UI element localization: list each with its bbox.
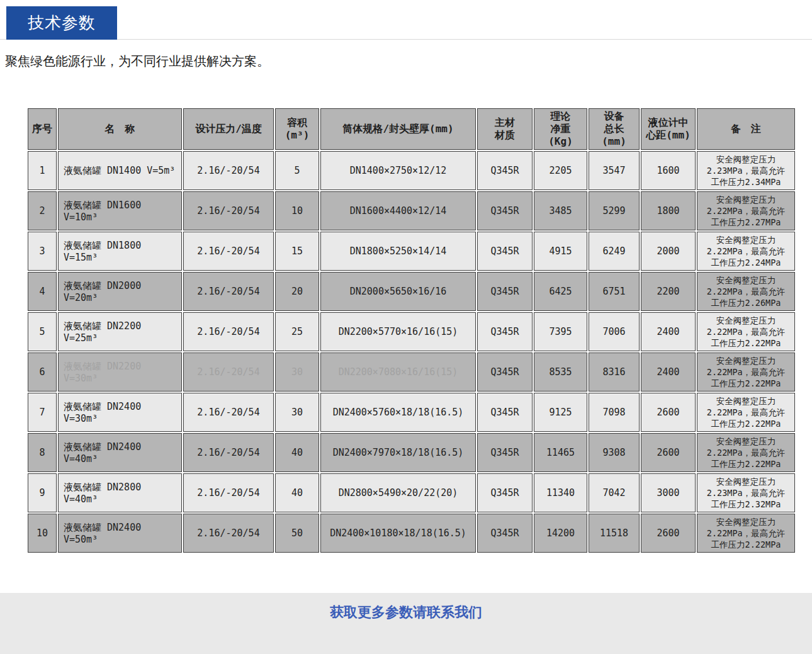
spec-table: 序号名 称设计压力/温度容积 (m³)筒体规格/封头壁厚(mm)主材 材质理论 … [26, 107, 796, 554]
cell-net-weight: 3485 [534, 191, 587, 230]
cell-remarks: 安全阀整定压力 2.22MPa，最高允许 工作压力2.26MPa [697, 272, 795, 311]
cell-total-length: 11518 [589, 514, 640, 553]
cell-index: 3 [28, 232, 57, 271]
cell-name: 液氨储罐 DN2200 V=25m³ [58, 312, 182, 351]
cell-net-weight: 2205 [534, 151, 587, 190]
cell-shell-spec: DN1800×5250×14/14 [320, 232, 476, 271]
cell-volume: 40 [275, 433, 319, 472]
cell-total-length: 8316 [589, 352, 640, 392]
cell-gauge-center-distance: 2000 [641, 232, 696, 271]
table-row: 3液氨储罐 DN1800 V=15m³2.16/-20/5415DN1800×5… [28, 232, 795, 271]
cell-remarks: 安全阀整定压力 2.22MPa，最高允许 工作压力2.22MPa [697, 514, 795, 553]
cell-design-pressure-temp: 2.16/-20/54 [183, 473, 274, 512]
cell-name: 液氨储罐 DN2000 V=20m³ [58, 272, 182, 311]
cell-index: 5 [28, 312, 57, 351]
cell-shell-spec: DN2800×5490×20/22(20) [320, 473, 476, 512]
cell-name: 液氨储罐 DN2200 V=30m³ [58, 352, 182, 392]
cell-name: 液氨储罐 DN2400 V=30m³ [58, 393, 182, 432]
cell-volume: 30 [275, 352, 319, 392]
cell-remarks: 安全阀整定压力 2.22MPa，最高允许 工作压力2.22MPa [697, 433, 795, 472]
cell-material: Q345R [477, 473, 533, 512]
cell-name: 液氨储罐 DN2800 V=40m³ [58, 473, 182, 512]
cell-volume: 20 [275, 272, 319, 311]
cell-total-length: 9308 [589, 433, 640, 472]
cell-total-length: 5299 [589, 191, 640, 230]
cell-name: 液氨储罐 DN1800 V=15m³ [58, 232, 182, 271]
cell-net-weight: 4915 [534, 232, 587, 271]
cell-design-pressure-temp: 2.16/-20/54 [183, 272, 274, 311]
col-header-volume: 容积 (m³) [275, 108, 319, 150]
cell-remarks: 安全阀整定压力 2.22MPa，最高允许 工作压力2.22MPa [697, 393, 795, 432]
table-row: 4液氨储罐 DN2000 V=20m³2.16/-20/5420DN2000×5… [28, 272, 795, 311]
cell-net-weight: 8535 [534, 352, 587, 392]
cell-material: Q345R [477, 433, 533, 472]
table-row: 9液氨储罐 DN2800 V=40m³2.16/-20/5440DN2800×5… [28, 473, 795, 512]
cell-shell-spec: DN2200×5770×16/16(15) [320, 312, 476, 351]
cell-gauge-center-distance: 2600 [641, 433, 696, 472]
cell-net-weight: 7395 [534, 312, 587, 351]
cell-volume: 40 [275, 473, 319, 512]
cell-material: Q345R [477, 514, 533, 553]
cell-gauge-center-distance: 1600 [641, 151, 696, 190]
cell-remarks: 安全阀整定压力 2.22MPa，最高允许 工作压力2.22MPa [697, 352, 795, 392]
cell-index: 10 [28, 514, 57, 553]
subtitle-text: 聚焦绿色能源行业，为不同行业提供解决方案。 [5, 53, 269, 70]
cell-volume: 10 [275, 191, 319, 230]
cell-net-weight: 14200 [534, 514, 587, 553]
cell-gauge-center-distance: 3000 [641, 473, 696, 512]
cell-net-weight: 11340 [534, 473, 587, 512]
cell-index: 8 [28, 433, 57, 472]
cell-volume: 5 [275, 151, 319, 190]
cell-material: Q345R [477, 191, 533, 230]
cell-design-pressure-temp: 2.16/-20/54 [183, 514, 274, 553]
cell-design-pressure-temp: 2.16/-20/54 [183, 191, 274, 230]
cell-index: 7 [28, 393, 57, 432]
cell-gauge-center-distance: 2400 [641, 312, 696, 351]
table-row: 5液氨储罐 DN2200 V=25m³2.16/-20/5425DN2200×5… [28, 312, 795, 351]
col-header-design-pressure-temp: 设计压力/温度 [183, 108, 274, 150]
col-header-index: 序号 [28, 108, 57, 150]
cell-design-pressure-temp: 2.16/-20/54 [183, 312, 274, 351]
spec-table-head: 序号名 称设计压力/温度容积 (m³)筒体规格/封头壁厚(mm)主材 材质理论 … [28, 108, 795, 150]
col-header-material: 主材 材质 [477, 108, 533, 150]
col-header-shell-spec: 筒体规格/封头壁厚(mm) [320, 108, 476, 150]
cell-gauge-center-distance: 2600 [641, 393, 696, 432]
section-title-badge: 技术参数 [6, 6, 117, 40]
cell-shell-spec: DN2400×7970×18/18(16.5) [320, 433, 476, 472]
cell-name: 液氨储罐 DN1600 V=10m³ [58, 191, 182, 230]
cell-material: Q345R [477, 312, 533, 351]
cell-shell-spec: DN2400×5760×18/18(16.5) [320, 393, 476, 432]
cell-total-length: 3547 [589, 151, 640, 190]
cell-design-pressure-temp: 2.16/-20/54 [183, 352, 274, 392]
col-header-remarks: 备 注 [697, 108, 795, 150]
table-header-row: 序号名 称设计压力/温度容积 (m³)筒体规格/封头壁厚(mm)主材 材质理论 … [28, 108, 795, 150]
cell-design-pressure-temp: 2.16/-20/54 [183, 151, 274, 190]
cell-remarks: 安全阀整定压力 2.22MPa，最高允许 工作压力2.22MPa [697, 312, 795, 351]
cell-net-weight: 9125 [534, 393, 587, 432]
cell-index: 1 [28, 151, 57, 190]
table-row: 10液氨储罐 DN2400 V=50m³2.16/-20/5450DN2400×… [28, 514, 795, 553]
cell-name: 液氨储罐 DN2400 V=50m³ [58, 514, 182, 553]
cell-gauge-center-distance: 2400 [641, 352, 696, 392]
contact-link[interactable]: 获取更多参数请联系我们 [330, 603, 482, 622]
cell-shell-spec: DN2200×7080×16/16(15) [320, 352, 476, 392]
table-row: 6液氨储罐 DN2200 V=30m³2.16/-20/5430DN2200×7… [28, 352, 795, 392]
cell-shell-spec: DN1400×2750×12/12 [320, 151, 476, 190]
cell-volume: 50 [275, 514, 319, 553]
table-row: 8液氨储罐 DN2400 V=40m³2.16/-20/5440DN2400×7… [28, 433, 795, 472]
cell-total-length: 6751 [589, 272, 640, 311]
cell-design-pressure-temp: 2.16/-20/54 [183, 232, 274, 271]
cell-total-length: 7098 [589, 393, 640, 432]
cell-shell-spec: DN2000×5650×16/16 [320, 272, 476, 311]
col-header-total-length: 设备 总长 (mm) [589, 108, 640, 150]
cell-net-weight: 11465 [534, 433, 587, 472]
cell-material: Q345R [477, 393, 533, 432]
table-row: 7液氨储罐 DN2400 V=30m³2.16/-20/5430DN2400×5… [28, 393, 795, 432]
col-header-gauge-center-distance: 液位计中 心距(mm) [641, 108, 696, 150]
cell-design-pressure-temp: 2.16/-20/54 [183, 393, 274, 432]
col-header-net-weight: 理论 净重 (Kg) [534, 108, 587, 150]
table-row: 2液氨储罐 DN1600 V=10m³2.16/-20/5410DN1600×4… [28, 191, 795, 230]
cell-gauge-center-distance: 2200 [641, 272, 696, 311]
cell-material: Q345R [477, 352, 533, 392]
cell-net-weight: 6425 [534, 272, 587, 311]
